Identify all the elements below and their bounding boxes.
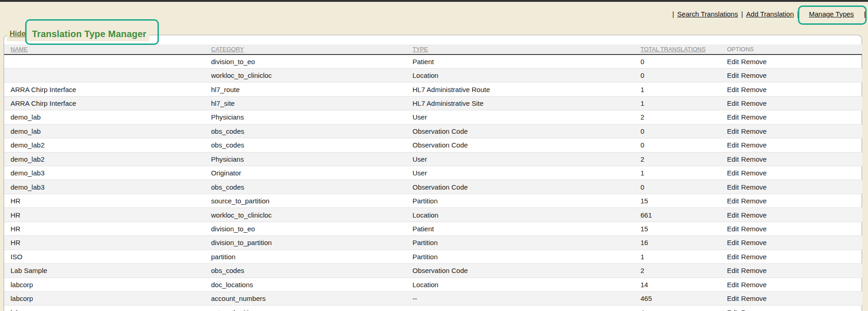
edit-link[interactable]: Edit: [727, 141, 739, 149]
remove-link[interactable]: Remove: [741, 211, 767, 219]
cell-category: obs_codes: [211, 138, 412, 152]
cell-category: Physicians: [211, 152, 412, 166]
remove-link[interactable]: Remove: [741, 113, 767, 121]
edit-link[interactable]: Edit: [727, 86, 739, 93]
cell-options: EditRemove: [727, 110, 862, 124]
cell-category: division_to_eo: [211, 55, 412, 68]
cell-options: EditRemove: [727, 306, 862, 311]
remove-link[interactable]: Remove: [741, 309, 767, 311]
column-header-category[interactable]: CATEGORY: [211, 44, 412, 55]
remove-link[interactable]: Remove: [741, 58, 767, 65]
column-header-name[interactable]: NAME: [4, 44, 211, 55]
edit-link[interactable]: Edit: [727, 239, 739, 246]
cell-options: EditRemove: [727, 208, 862, 222]
cell-total-translations: 2: [640, 264, 727, 278]
table-row: demo_lab obs_codes Observation Code 0 Ed…: [4, 124, 862, 138]
cell-category: division_to_partition: [211, 236, 412, 250]
cell-total-translations: 1: [640, 250, 727, 263]
edit-link[interactable]: Edit: [727, 281, 739, 289]
edit-link[interactable]: Edit: [727, 99, 739, 107]
cell-options: EditRemove: [727, 96, 862, 110]
cell-name: [4, 55, 211, 68]
edit-link[interactable]: Edit: [727, 211, 739, 219]
edit-link[interactable]: Edit: [727, 267, 739, 274]
hide-link[interactable]: Hide: [10, 30, 26, 38]
remove-link[interactable]: Remove: [741, 127, 767, 135]
cell-type: --: [412, 306, 640, 311]
cell-type: User: [412, 166, 640, 180]
cell-total-translations: 1: [640, 82, 727, 96]
remove-link[interactable]: Remove: [741, 239, 767, 246]
cell-total-translations: 4: [640, 306, 727, 311]
cell-category: obs_codes: [211, 264, 412, 278]
manage-types-highlight-box: Manage Types: [802, 5, 861, 23]
cell-type: Location: [412, 278, 640, 291]
cell-type: Partition: [412, 236, 640, 250]
cell-name: [4, 68, 211, 82]
column-header-type[interactable]: TYPE: [412, 44, 640, 55]
cell-category: workloc_to_clinicloc: [211, 68, 412, 82]
nav-separator: |: [741, 10, 743, 18]
edit-link[interactable]: Edit: [727, 155, 739, 163]
column-header-total-translations[interactable]: TOTAL TRANSLATIONS: [640, 44, 727, 55]
edit-link[interactable]: Edit: [727, 225, 739, 233]
cell-total-translations: 2: [640, 110, 727, 124]
cell-name: demo_lab: [4, 110, 211, 124]
cell-name: labcorp: [4, 306, 211, 311]
cell-options: EditRemove: [727, 222, 862, 235]
remove-link[interactable]: Remove: [741, 197, 767, 205]
table-header-row: NAME CATEGORY TYPE TOTAL TRANSLATIONS OP…: [4, 44, 862, 55]
cell-name: demo_lab2: [4, 138, 211, 152]
remove-link[interactable]: Remove: [741, 71, 767, 79]
edit-link[interactable]: Edit: [727, 127, 739, 135]
edit-link[interactable]: Edit: [727, 309, 739, 311]
translation-type-manager-panel: Hide Translation Type Manager NAME CATEG…: [4, 35, 862, 311]
table-row: labcorp account_numbers -- 465 EditRemov…: [4, 291, 862, 305]
remove-link[interactable]: Remove: [741, 99, 767, 107]
cell-options: EditRemove: [727, 124, 862, 138]
page-title: Translation Type Manager: [32, 29, 146, 39]
edit-link[interactable]: Edit: [727, 58, 739, 65]
remove-link[interactable]: Remove: [741, 295, 767, 302]
cell-category: ext_authorities: [211, 306, 412, 311]
remove-link[interactable]: Remove: [741, 86, 767, 93]
cell-total-translations: 1: [640, 166, 727, 180]
remove-link[interactable]: Remove: [741, 267, 767, 274]
cell-name: demo_lab2: [4, 152, 211, 166]
edit-link[interactable]: Edit: [727, 253, 739, 261]
cell-options: EditRemove: [727, 68, 862, 82]
table-row: ARRA Chirp Interface hl7_site HL7 Admini…: [4, 96, 862, 110]
cell-total-translations: 465: [640, 291, 727, 305]
nav-link-search-translations[interactable]: Search Translations: [677, 10, 738, 18]
remove-link[interactable]: Remove: [741, 155, 767, 163]
nav-link-manage-types[interactable]: Manage Types: [809, 10, 854, 18]
cell-total-translations: 0: [640, 68, 727, 82]
cell-options: EditRemove: [727, 180, 862, 194]
cell-name: ARRA Chirp Interface: [4, 82, 211, 96]
remove-link[interactable]: Remove: [741, 183, 767, 191]
remove-link[interactable]: Remove: [741, 225, 767, 233]
cell-type: Location: [412, 68, 640, 82]
edit-link[interactable]: Edit: [727, 71, 739, 79]
translation-table-body: division_to_eo Patient 0 EditRemove work…: [4, 55, 862, 311]
cell-type: Observation Code: [412, 138, 640, 152]
cell-category: Physicians: [211, 110, 412, 124]
cell-options: EditRemove: [727, 291, 862, 305]
edit-link[interactable]: Edit: [727, 197, 739, 205]
cell-total-translations: 14: [640, 278, 727, 291]
nav-link-add-translation[interactable]: Add Translation: [746, 10, 794, 18]
translation-types-table: NAME CATEGORY TYPE TOTAL TRANSLATIONS OP…: [4, 44, 862, 311]
cell-category: division_to_eo: [211, 222, 412, 235]
remove-link[interactable]: Remove: [741, 281, 767, 289]
cell-type: Location: [412, 208, 640, 222]
cell-name: ISO: [4, 250, 211, 263]
table-row: HR division_to_partition Partition 16 Ed…: [4, 236, 862, 250]
edit-link[interactable]: Edit: [727, 113, 739, 121]
edit-link[interactable]: Edit: [727, 169, 739, 177]
remove-link[interactable]: Remove: [741, 169, 767, 177]
edit-link[interactable]: Edit: [727, 183, 739, 191]
remove-link[interactable]: Remove: [741, 141, 767, 149]
cell-options: EditRemove: [727, 236, 862, 250]
remove-link[interactable]: Remove: [741, 253, 767, 261]
edit-link[interactable]: Edit: [727, 295, 739, 302]
